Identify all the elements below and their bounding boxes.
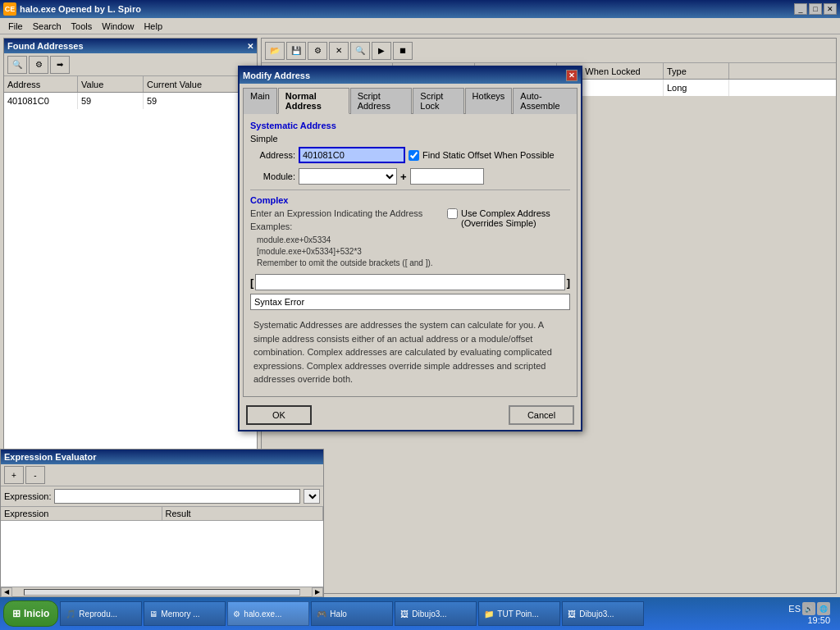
- eval-add-button[interactable]: +: [4, 466, 24, 484]
- expr-eval-toolbar: + -: [1, 464, 323, 486]
- eval-remove-button[interactable]: -: [25, 466, 45, 484]
- taskbar-item-2[interactable]: ⚙ halo.exe...: [227, 601, 309, 626]
- complex-right: Use Complex Address (Overrides Simple): [447, 208, 570, 269]
- tab-script-address[interactable]: Script Address: [350, 88, 413, 114]
- dialog-content: Systematic Address Simple Address: Find …: [243, 113, 578, 397]
- window-title: halo.exe Opened by L. Spiro: [20, 4, 794, 14]
- scroll-right-arrow[interactable]: ▶: [312, 587, 323, 597]
- menu-search[interactable]: Search: [28, 20, 66, 33]
- address-input[interactable]: [299, 147, 405, 163]
- complex-left: Enter an Expression Indicating the Addre…: [250, 208, 441, 269]
- eval-table-header: Expression Result: [1, 506, 323, 521]
- cheat-table-toolbar: 📂 💾 ⚙ ✕ 🔍 ▶ ⏹: [262, 39, 836, 63]
- syntax-error-box: Syntax Error: [250, 294, 570, 310]
- taskbar-icon-2: ⚙: [233, 609, 240, 619]
- taskbar-item-3[interactable]: 🎮 Halo: [311, 601, 393, 626]
- simple-label: Simple: [250, 134, 570, 144]
- tab-script-lock[interactable]: Script Lock: [413, 88, 463, 114]
- eval-col-expression: Expression: [1, 507, 162, 520]
- module-offset-input[interactable]: [410, 168, 484, 185]
- close-button[interactable]: ✕: [824, 3, 837, 15]
- use-complex-label: Use Complex Address: [461, 208, 550, 218]
- taskbar-icon-4: 🖼: [400, 609, 409, 619]
- taskbar: ⊞ Inicio 🎵 Reprodu... 🖥 Memory ... ⚙ hal…: [0, 597, 840, 630]
- eval-expression-label: Expression:: [4, 491, 51, 501]
- ok-button[interactable]: OK: [246, 405, 312, 425]
- taskbar-icon-6: 🖼: [568, 609, 576, 619]
- dialog-close-button[interactable]: ✕: [566, 70, 578, 81]
- bracket-close: ]: [567, 276, 570, 289]
- tab-auto-assemble[interactable]: Auto-Assemble: [513, 88, 578, 114]
- dialog-buttons: OK Cancel: [240, 400, 581, 430]
- taskbar-item-5[interactable]: 📁 TUT Poin...: [478, 601, 560, 626]
- scrollbar-track[interactable]: [24, 589, 300, 596]
- menu-file[interactable]: File: [3, 20, 28, 33]
- found-addresses-close[interactable]: ✕: [247, 42, 253, 51]
- complex-title: Complex: [250, 195, 570, 205]
- taskbar-label-2: halo.exe...: [244, 609, 281, 619]
- taskbar-icon-1: 🖥: [149, 609, 158, 619]
- taskbar-item-0[interactable]: 🎵 Reprodu...: [60, 601, 142, 626]
- tab-main[interactable]: Main: [243, 88, 277, 114]
- complex-expr-input[interactable]: [255, 274, 564, 290]
- taskbar-tray-area: ES 🔊 🌐 19:50: [788, 602, 837, 625]
- example2: [module.exe+0x5334]+532*3: [257, 246, 441, 258]
- title-bar: CE halo.exe Opened by L. Spiro _ □ ✕: [0, 0, 840, 18]
- process-button[interactable]: ⚙: [308, 42, 327, 60]
- col-current-value: Current Value: [144, 76, 242, 92]
- scan-button[interactable]: 🔍: [7, 56, 27, 74]
- start-button[interactable]: ⊞ Inicio: [3, 600, 58, 627]
- scan3-button[interactable]: 🔍: [350, 42, 370, 60]
- module-select[interactable]: [299, 168, 397, 185]
- use-complex-checkbox[interactable]: [447, 208, 458, 219]
- tab-hotkeys[interactable]: Hotkeys: [465, 88, 513, 114]
- eval-expression-input[interactable]: [54, 489, 300, 504]
- col-address: Address: [4, 76, 78, 92]
- divider: [250, 189, 570, 190]
- expr-eval-title: Expression Evaluator: [1, 450, 323, 464]
- systematic-desc-text: Systematic Addresses are addresses the s…: [250, 315, 570, 390]
- address-row: Address: Find Static Offset When Possibl…: [250, 147, 570, 163]
- menu-bar: File Search Tools Window Help: [0, 18, 840, 34]
- system-tray: ES 🔊 🌐: [788, 602, 830, 615]
- taskbar-item-4[interactable]: 🖼 Dibujo3...: [395, 601, 477, 626]
- found-addresses-header: Address Value Current Value: [4, 76, 257, 93]
- delete-button[interactable]: ✕: [329, 42, 349, 60]
- stop-button[interactable]: ⏹: [393, 42, 413, 60]
- dialog-title-bar: Modify Address ✕: [240, 67, 581, 84]
- dialog-title: Modify Address: [243, 71, 310, 80]
- entry-type: Long: [664, 80, 729, 96]
- taskbar-icon-3: 🎮: [317, 609, 326, 619]
- tray-icon-sound: 🌐: [817, 602, 830, 615]
- taskbar-item-1[interactable]: 🖥 Memory ...: [144, 601, 226, 626]
- menu-tools[interactable]: Tools: [66, 20, 98, 33]
- tray-icon-network: 🔊: [802, 602, 815, 615]
- found-addresses-row[interactable]: 401081C0 59 59: [4, 93, 257, 109]
- menu-help[interactable]: Help: [139, 20, 167, 33]
- taskbar-item-6[interactable]: 🖼 Dibujo3...: [562, 601, 644, 626]
- module-row: Module: +: [250, 168, 570, 185]
- tab-normal-address[interactable]: Normal Address: [278, 88, 349, 114]
- eval-dropdown[interactable]: [304, 489, 320, 504]
- syntax-error-text: Syntax Error: [254, 297, 304, 307]
- scan2-button[interactable]: ➡: [50, 56, 70, 74]
- menu-window[interactable]: Window: [97, 20, 139, 33]
- maximize-button[interactable]: □: [809, 3, 822, 15]
- row-current-value: 59: [144, 93, 242, 109]
- examples-label: Examples:: [250, 221, 441, 231]
- taskbar-label-1: Memory ...: [161, 609, 199, 619]
- settings-button[interactable]: ⚙: [29, 56, 48, 74]
- remember-note: Remember to omit the outside brackets ([…: [257, 258, 441, 269]
- eval-input-row: Expression:: [1, 486, 323, 506]
- find-static-checkbox[interactable]: [409, 150, 419, 161]
- expr-eval-label: Expression Evaluator: [4, 452, 97, 462]
- run-button[interactable]: ▶: [372, 42, 391, 60]
- open-button[interactable]: 📂: [265, 42, 285, 60]
- window-controls: _ □ ✕: [794, 3, 837, 15]
- col-value: Value: [78, 76, 144, 92]
- cancel-button[interactable]: Cancel: [509, 405, 574, 425]
- scroll-left-arrow[interactable]: ◀: [1, 587, 12, 597]
- app-icon: CE: [3, 2, 16, 16]
- minimize-button[interactable]: _: [794, 3, 807, 15]
- save-button[interactable]: 💾: [286, 42, 306, 60]
